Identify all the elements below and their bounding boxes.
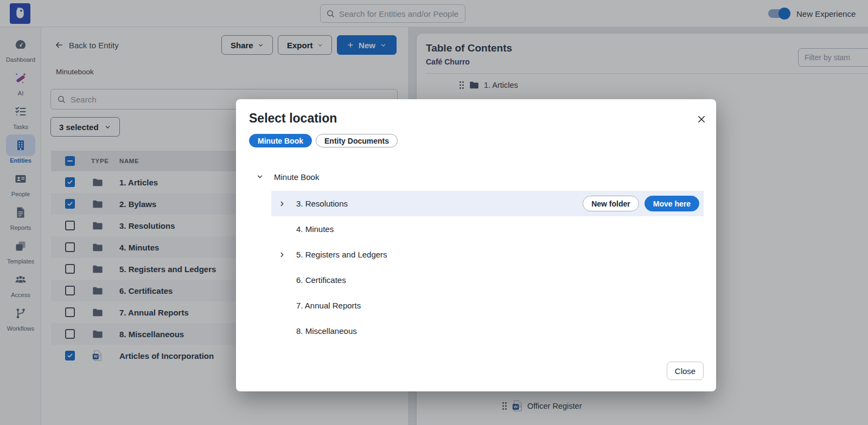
modal-tree-item[interactable]: 8. Miscellaneous New folder Move here xyxy=(271,318,704,344)
chevron-right-icon[interactable] xyxy=(278,251,286,259)
tree-item-label: 3. Resolutions xyxy=(296,199,348,208)
modal-tree-item[interactable]: 6. Certificates New folder Move here xyxy=(271,267,704,293)
tree-item-label: 8. Miscellaneous xyxy=(296,326,357,336)
tree-root-label: Minute Book xyxy=(274,172,319,182)
close-icon[interactable] xyxy=(695,113,707,125)
select-location-modal: Select location Minute Book Entity Docum… xyxy=(236,99,716,391)
tree-item-label: 6. Certificates xyxy=(296,275,346,285)
modal-tree-item[interactable]: 7. Annual Reports New folder Move here xyxy=(271,293,704,318)
modal-tab-label: Entity Documents xyxy=(324,137,389,145)
tree-item-label: 5. Registers and Ledgers xyxy=(296,250,387,259)
modal-tree-item[interactable]: 3. Resolutions New folder Move here xyxy=(271,191,704,216)
move-here-button[interactable]: Move here xyxy=(644,196,699,211)
new-folder-button[interactable]: New folder xyxy=(583,196,639,211)
modal-tree-item[interactable]: 5. Registers and Ledgers New folder Move… xyxy=(271,242,704,267)
modal-tab[interactable]: Entity Documents xyxy=(316,134,398,147)
modal-tree-item[interactable]: 4. Minutes New folder Move here xyxy=(271,216,704,242)
chevron-right-icon[interactable] xyxy=(278,200,286,208)
tree-item-label: 7. Annual Reports xyxy=(296,301,361,310)
tree-item-label: 4. Minutes xyxy=(296,224,334,234)
chevron-down-icon xyxy=(256,173,264,181)
modal-folder-tree: 3. Resolutions New folder Move here 4. M… xyxy=(236,191,716,344)
modal-tabs: Minute Book Entity Documents xyxy=(249,134,398,147)
tree-root-minute-book[interactable]: Minute Book xyxy=(249,169,319,185)
modal-title: Select location xyxy=(249,111,337,126)
app-window: New Experience Dashboard AI xyxy=(0,0,868,425)
modal-close-button[interactable]: Close xyxy=(667,362,704,380)
modal-tab-label: Minute Book xyxy=(258,137,303,145)
modal-tab[interactable]: Minute Book xyxy=(249,134,312,147)
